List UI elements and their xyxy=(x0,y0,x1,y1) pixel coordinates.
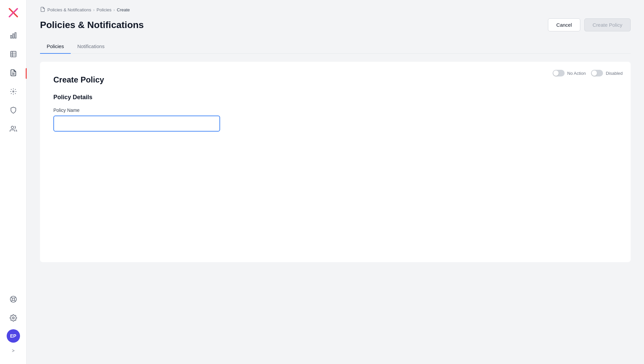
sidebar-item-settings[interactable] xyxy=(5,311,21,327)
svg-line-18 xyxy=(11,300,12,301)
expand-button[interactable]: > xyxy=(8,345,19,356)
svg-rect-5 xyxy=(10,51,16,57)
cancel-button[interactable]: Cancel xyxy=(548,18,580,31)
sidebar: EP > xyxy=(0,0,27,364)
sidebar-bottom: EP > xyxy=(5,292,21,356)
svg-rect-4 xyxy=(15,32,16,38)
sidebar-item-insights[interactable] xyxy=(5,84,21,100)
sidebar-item-support[interactable] xyxy=(5,292,21,308)
sidebar-item-users[interactable] xyxy=(5,122,21,138)
sidebar-item-shield[interactable] xyxy=(5,103,21,119)
header-actions: Cancel Create Policy xyxy=(548,18,631,31)
breadcrumb: Policies & Notifications › Policies › Cr… xyxy=(40,7,631,13)
page-title-row: Policies & Notifications Cancel Create P… xyxy=(40,18,631,31)
tabs: Policies Notifications xyxy=(40,39,631,54)
svg-point-11 xyxy=(13,91,14,92)
tab-notifications[interactable]: Notifications xyxy=(71,39,111,54)
insights-icon xyxy=(10,88,17,97)
sidebar-nav xyxy=(0,28,26,292)
disabled-toggle-group: Disabled xyxy=(591,70,623,76)
avatar[interactable]: EP xyxy=(7,329,20,343)
content-area: No Action Disabled Create Policy Policy … xyxy=(27,54,644,364)
shield-icon xyxy=(10,107,17,116)
card-toggles: No Action Disabled xyxy=(553,70,623,76)
breadcrumb-sep-1: › xyxy=(93,8,95,12)
reports-icon xyxy=(10,50,17,59)
policy-name-label: Policy Name xyxy=(53,108,617,113)
svg-point-14 xyxy=(12,298,14,300)
policy-details-title: Policy Details xyxy=(53,94,617,101)
breadcrumb-policies-notifications[interactable]: Policies & Notifications xyxy=(47,7,91,12)
policies-icon xyxy=(10,69,17,78)
create-policy-card: No Action Disabled Create Policy Policy … xyxy=(40,62,631,262)
breadcrumb-create: Create xyxy=(117,7,130,12)
policy-name-input[interactable] xyxy=(53,116,220,132)
users-icon xyxy=(10,125,17,134)
svg-point-19 xyxy=(12,317,14,319)
main-content: Policies & Notifications › Policies › Cr… xyxy=(27,0,644,364)
create-policy-button[interactable]: Create Policy xyxy=(584,18,631,31)
svg-point-12 xyxy=(11,126,13,128)
no-action-toggle-group: No Action xyxy=(553,70,586,76)
sidebar-item-reports[interactable] xyxy=(5,47,21,63)
disabled-toggle[interactable] xyxy=(591,70,603,76)
svg-rect-2 xyxy=(10,35,12,38)
svg-line-16 xyxy=(14,300,15,301)
analytics-icon xyxy=(10,32,17,41)
svg-line-15 xyxy=(11,297,12,298)
no-action-toggle[interactable] xyxy=(553,70,565,76)
no-action-label: No Action xyxy=(567,71,586,76)
disabled-label: Disabled xyxy=(606,71,623,76)
sidebar-item-policies[interactable] xyxy=(5,65,21,81)
page-title: Policies & Notifications xyxy=(40,20,144,30)
svg-line-17 xyxy=(14,297,15,298)
breadcrumb-icon xyxy=(40,7,45,13)
create-policy-title: Create Policy xyxy=(53,75,617,84)
support-icon xyxy=(10,296,17,305)
sidebar-item-analytics[interactable] xyxy=(5,28,21,44)
settings-icon xyxy=(10,314,17,323)
policy-name-group: Policy Name xyxy=(53,108,617,132)
svg-rect-3 xyxy=(13,34,14,38)
breadcrumb-sep-2: › xyxy=(113,8,115,12)
tab-policies[interactable]: Policies xyxy=(40,39,71,54)
logo[interactable] xyxy=(6,5,21,20)
page-header: Policies & Notifications › Policies › Cr… xyxy=(27,0,644,54)
breadcrumb-policies[interactable]: Policies xyxy=(97,7,112,12)
